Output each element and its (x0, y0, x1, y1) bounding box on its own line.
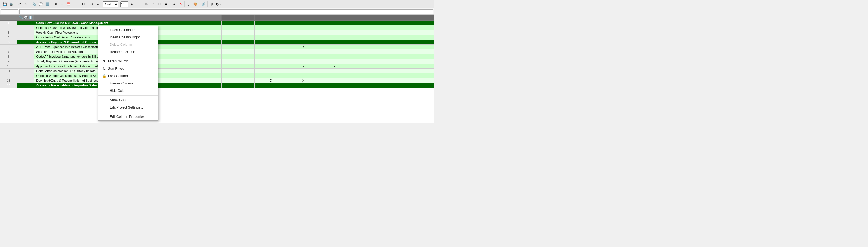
fact-basic-cell[interactable]: - (319, 69, 350, 73)
resp-cell[interactable] (350, 21, 387, 25)
fame-plat-cell[interactable] (221, 73, 254, 78)
outdent-button[interactable]: ≡ (95, 1, 101, 7)
color-block-button[interactable]: 🎨 (192, 1, 198, 7)
fact-basic-cell[interactable] (319, 21, 350, 25)
table-row[interactable]: 4Cross Entity Cash Flow Considerations-- (0, 35, 434, 40)
notes-cell[interactable] (387, 25, 434, 30)
fame-plat-cell[interactable] (221, 78, 254, 83)
fame-plat-cell[interactable] (221, 59, 254, 64)
fame-basic-cell[interactable] (254, 35, 287, 40)
font-size-dec[interactable]: - (135, 1, 142, 7)
fact-plus-cell[interactable]: X (288, 45, 319, 50)
fame-basic-cell[interactable] (254, 50, 287, 54)
service-details-header[interactable] (34, 15, 222, 21)
table-row[interactable]: 12Ongoing Vendor W9 Requests & Prep of A… (0, 73, 434, 78)
table-row[interactable]: 10Approval Process & Real-time Disbursem… (0, 64, 434, 69)
resp-cell[interactable] (350, 54, 387, 59)
table-row[interactable]: 5Accounts Payable & Guaranteed On-time P… (0, 40, 434, 45)
menu-item-edit-col-props[interactable]: Edit Column Properties... (98, 113, 158, 120)
fact-basic-cell[interactable]: - (319, 54, 350, 59)
print-button[interactable]: 🖨️ (8, 1, 14, 7)
attach-button[interactable]: 📎 (31, 1, 37, 7)
table-row[interactable]: 14Accounts Receivable & Interpretive Sal… (0, 83, 434, 88)
notes-header[interactable] (387, 15, 434, 21)
fact-basic-cell[interactable]: - (319, 45, 350, 50)
fact-plus-header[interactable] (288, 15, 319, 21)
menu-item-show-gantt[interactable]: Show Gantt (98, 96, 158, 104)
fame-basic-cell[interactable] (254, 59, 287, 64)
fact-plus-cell[interactable]: - (288, 69, 319, 73)
fact-plus-cell[interactable]: - (288, 59, 319, 64)
fact-plus-cell[interactable]: - (288, 54, 319, 59)
highlight-button[interactable]: A (171, 1, 177, 7)
resp-cell[interactable] (350, 83, 387, 88)
resp-cell[interactable] (350, 50, 387, 54)
indent-button[interactable]: ⇥ (88, 1, 94, 7)
formula-input[interactable] (19, 9, 433, 14)
formula-button[interactable]: ƒ (186, 1, 192, 7)
fame-basic-cell[interactable] (254, 21, 287, 25)
table-row[interactable]: 8Code AP invoices & manage vendors in Bi… (0, 54, 434, 59)
notes-cell[interactable] (387, 35, 434, 40)
menu-item-freeze-col[interactable]: Freeze Column (98, 80, 158, 87)
fame-plat-cell[interactable] (221, 69, 254, 73)
resp-cell[interactable] (350, 69, 387, 73)
menu-item-insert-col-right[interactable]: Insert Column Right (98, 34, 158, 41)
table-row[interactable]: 3Weekly Cash Flow Projections-- (0, 30, 434, 35)
fx-button[interactable]: f(x) (215, 1, 221, 7)
resp-cell[interactable] (350, 64, 387, 69)
resp-cell[interactable] (350, 30, 387, 35)
fame-plat-header[interactable] (221, 15, 254, 21)
notes-cell[interactable] (387, 69, 434, 73)
fame-plat-cell[interactable] (221, 40, 254, 45)
table-row[interactable]: 6ATF: Post Expenses into Intacct / Class… (0, 45, 434, 50)
cell-reference[interactable] (1, 9, 18, 14)
fact-basic-cell[interactable]: - (319, 25, 350, 30)
font-selector[interactable]: Arial (103, 1, 119, 7)
font-color-button[interactable]: A (178, 1, 184, 7)
resp-cell[interactable] (350, 35, 387, 40)
service-cell[interactable]: Cash Flow Like It's Our Own - Cash Manag… (34, 21, 222, 25)
menu-item-hide-col[interactable]: Hide Column (98, 87, 158, 94)
notes-cell[interactable] (387, 30, 434, 35)
fame-basic-cell[interactable]: X (254, 78, 287, 83)
table-row[interactable]: 7Scan or Fax invoices into Bill.com-- (0, 50, 434, 54)
notes-cell[interactable] (387, 73, 434, 78)
fact-plus-cell[interactable] (288, 21, 319, 25)
fame-plat-cell[interactable] (221, 64, 254, 69)
fame-basic-cell[interactable] (254, 73, 287, 78)
fact-basic-cell[interactable]: - (319, 35, 350, 40)
table-row[interactable]: 1Cash Flow Like It's Our Own - Cash Mana… (0, 21, 434, 25)
table-row[interactable]: 9Timely Payment Guarantee (FLP posts & p… (0, 59, 434, 64)
link-button[interactable]: 🔗 (200, 1, 207, 7)
font-size-input[interactable] (120, 1, 128, 7)
fact-plus-cell[interactable]: - (288, 73, 319, 78)
undo-button[interactable]: ↩ (17, 1, 23, 7)
info-button[interactable]: ℹ️ (44, 1, 50, 7)
notes-cell[interactable] (387, 54, 434, 59)
fact-basic-cell[interactable] (319, 83, 350, 88)
notes-cell[interactable] (387, 59, 434, 64)
fame-basic-cell[interactable] (254, 69, 287, 73)
fact-plus-cell[interactable]: - (288, 30, 319, 35)
table-row[interactable]: 2Continual Cash Flow Review and Coordina… (0, 25, 434, 30)
fame-basic-cell[interactable] (254, 40, 287, 45)
fact-basic-cell[interactable]: - (319, 78, 350, 83)
notes-cell[interactable] (387, 64, 434, 69)
fame-plat-cell[interactable] (221, 45, 254, 50)
menu-item-edit-project[interactable]: Edit Project Settings... (98, 104, 158, 111)
fact-plus-cell[interactable]: - (288, 64, 319, 69)
fame-plat-cell[interactable] (221, 54, 254, 59)
table-row[interactable]: 13Download/Entry & Reconciliation of Bus… (0, 78, 434, 83)
notes-cell[interactable] (387, 83, 434, 88)
fame-plat-cell[interactable] (221, 83, 254, 88)
fame-basic-cell[interactable] (254, 45, 287, 50)
fact-plus-cell[interactable]: - (288, 25, 319, 30)
notes-cell[interactable] (387, 45, 434, 50)
fact-basic-cell[interactable]: - (319, 64, 350, 69)
menu-item-insert-col-left[interactable]: Insert Column Left (98, 26, 158, 34)
fact-plus-cell[interactable]: - (288, 50, 319, 54)
cols-button[interactable]: ⊟ (80, 1, 86, 7)
rows-button[interactable]: ☰ (73, 1, 80, 7)
currency-button[interactable]: $ (209, 1, 215, 7)
